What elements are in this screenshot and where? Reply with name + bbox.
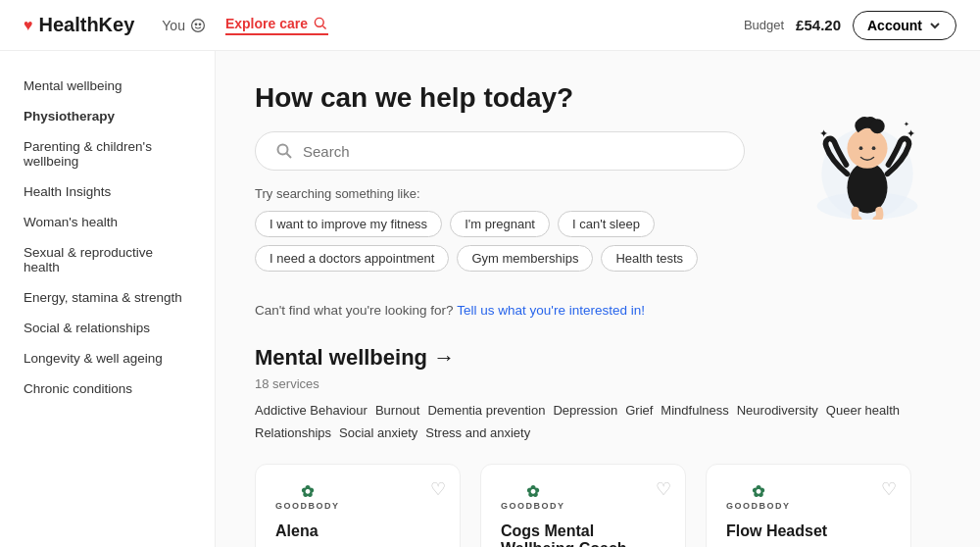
svg-line-6 [287, 154, 292, 159]
tag-grief[interactable]: Grief [625, 403, 653, 418]
tag-neurodiversity[interactable]: Neurodiversity [737, 403, 818, 418]
tag-queer[interactable]: Queer health [826, 403, 900, 418]
nav-you[interactable]: You [162, 18, 206, 33]
chip-pregnant[interactable]: I'm pregnant [450, 211, 550, 237]
tag-addictive[interactable]: Addictive Behaviour [255, 403, 368, 418]
account-button[interactable]: Account [853, 11, 956, 40]
tag-burnout[interactable]: Burnout [375, 403, 420, 418]
svg-text:✦: ✦ [906, 127, 915, 139]
hero-illustration: ✦ ✦ ✦ [804, 82, 931, 220]
svg-point-12 [859, 146, 863, 150]
logo-heart-icon: ♥ [24, 17, 33, 34]
search-nav-icon [313, 16, 328, 31]
sidebar-item-physiotherapy[interactable]: Physiotherapy [0, 101, 215, 131]
sidebar-item-chronic[interactable]: Chronic conditions [0, 373, 215, 404]
cant-find-text: Can't find what you're looking for? Tell… [255, 303, 941, 318]
try-searching-label: Try searching something like: [255, 186, 784, 201]
cards-row: ♡ ✿ GOODBODY Alena APP SUBSCRIPTION ♡ [255, 464, 941, 547]
svg-text:✦: ✦ [819, 127, 828, 139]
nav-you-label: You [162, 18, 185, 33]
svg-point-2 [199, 24, 201, 25]
sidebar-item-health-insights[interactable]: Health Insights [0, 176, 215, 207]
search-box [255, 131, 745, 171]
svg-point-1 [195, 24, 197, 25]
tag-relationships[interactable]: Relationships [255, 425, 331, 440]
card-title-flow: Flow Headset [726, 522, 891, 540]
search-chips: I want to improve my fitness I'm pregnan… [255, 211, 784, 272]
header: ♥ HealthKey You Explore care Budget £54.… [0, 0, 980, 51]
nav-explore[interactable]: Explore care [225, 16, 328, 35]
tag-social-anxiety[interactable]: Social anxiety [339, 425, 417, 440]
logo[interactable]: ♥ HealthKey [24, 14, 134, 36]
account-label: Account [867, 18, 922, 33]
svg-line-4 [322, 25, 325, 28]
sidebar-item-longevity[interactable]: Longevity & well ageing [0, 343, 215, 373]
svg-point-3 [315, 18, 323, 26]
svg-point-9 [847, 162, 887, 213]
chevron-down-icon [928, 19, 942, 32]
section-title-link[interactable]: Mental wellbeing → [255, 345, 455, 371]
goodbody-logo-2: ✿ GOODBODY [501, 484, 565, 511]
sidebar-item-womans-health[interactable]: Woman's health [0, 207, 215, 237]
svg-text:✦: ✦ [904, 120, 909, 128]
logo-text: HealthKey [39, 14, 135, 36]
chip-gym[interactable]: Gym memberships [457, 245, 593, 272]
search-icon [275, 142, 293, 160]
chip-doctor[interactable]: I need a doctors appointment [255, 245, 449, 272]
svg-point-0 [192, 19, 205, 31]
sidebar-item-sexual-health[interactable]: Sexual & reproductive health [0, 237, 215, 282]
main-content: How can we help today? Try searching som… [216, 51, 980, 547]
favourite-icon-flow[interactable]: ♡ [881, 478, 897, 500]
sidebar-item-energy[interactable]: Energy, stamina & strength [0, 282, 215, 313]
hero-title: How can we help today? [255, 82, 784, 114]
services-count: 18 services [255, 376, 941, 391]
sidebar: Mental wellbeing Physiotherapy Parenting… [0, 51, 216, 547]
favourite-icon-alena[interactable]: ♡ [430, 478, 446, 500]
sidebar-item-mental-wellbeing[interactable]: Mental wellbeing [0, 71, 215, 101]
header-right: Budget £54.20 Account [744, 11, 956, 40]
svg-point-13 [872, 146, 876, 150]
card-brand-flow: ✿ GOODBODY [726, 484, 891, 511]
hero-content: How can we help today? Try searching som… [255, 82, 784, 272]
smiley-icon [190, 18, 206, 33]
cant-find-link[interactable]: Tell us what you're interested in! [457, 303, 645, 318]
favourite-icon-cogs[interactable]: ♡ [656, 478, 671, 500]
search-input[interactable] [303, 143, 724, 160]
svg-point-11 [870, 119, 885, 133]
card-flow: ♡ ✿ GOODBODY Flow Headset DEVICE [706, 464, 911, 547]
nav-explore-label: Explore care [225, 16, 308, 31]
card-brand-cogs: ✿ GOODBODY [501, 484, 665, 511]
tag-dementia[interactable]: Dementia prevention [427, 403, 545, 418]
chip-sleep[interactable]: I can't sleep [558, 211, 655, 237]
svg-point-10 [847, 128, 887, 169]
tag-mindfulness[interactable]: Mindfulness [661, 403, 728, 418]
card-alena: ♡ ✿ GOODBODY Alena APP SUBSCRIPTION [255, 464, 461, 547]
chip-fitness[interactable]: I want to improve my fitness [255, 211, 442, 237]
section-title: Mental wellbeing → [255, 345, 941, 371]
mental-wellbeing-section: Mental wellbeing → 18 services Addictive… [255, 345, 941, 547]
card-title-cogs: Cogs Mental Wellbeing Coach [501, 522, 665, 547]
budget-amount: £54.20 [796, 17, 841, 33]
svg-point-5 [278, 145, 288, 155]
tag-stress[interactable]: Stress and anxiety [425, 425, 530, 440]
hero-section: How can we help today? Try searching som… [255, 82, 941, 272]
card-brand-alena: ✿ GOODBODY [275, 484, 440, 511]
tag-depression[interactable]: Depression [553, 403, 617, 418]
chip-health-tests[interactable]: Health tests [601, 245, 698, 272]
budget-label: Budget [744, 18, 784, 32]
card-title-alena: Alena [275, 522, 440, 540]
card-cogs: ♡ ✿ GOODBODY Cogs Mental Wellbeing Coach… [480, 464, 686, 547]
hero-illustration-container: ✦ ✦ ✦ [804, 82, 941, 223]
sidebar-item-social[interactable]: Social & relationships [0, 313, 215, 343]
tags-list: Addictive Behaviour Burnout Dementia pre… [255, 403, 941, 440]
goodbody-logo-1: ✿ GOODBODY [275, 484, 340, 511]
layout: Mental wellbeing Physiotherapy Parenting… [0, 51, 980, 547]
goodbody-logo-3: ✿ GOODBODY [726, 484, 791, 511]
sidebar-item-parenting[interactable]: Parenting & children's wellbeing [0, 131, 215, 176]
